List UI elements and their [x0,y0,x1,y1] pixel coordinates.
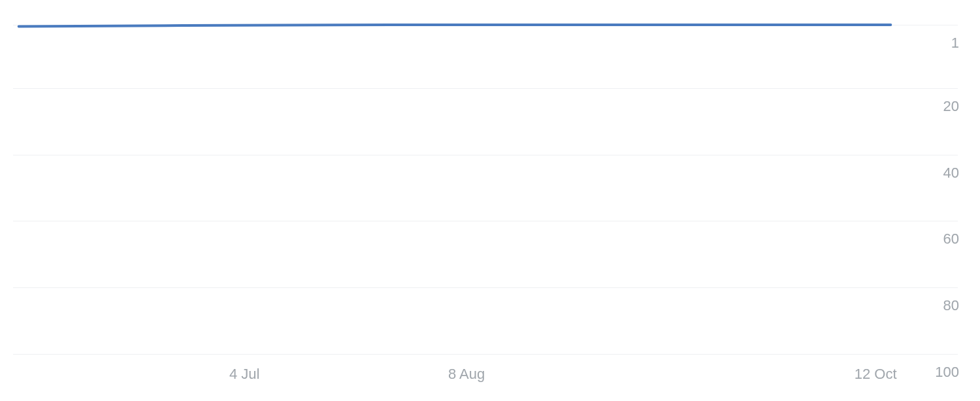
y-tick-label: 20 [943,98,959,115]
chart-svg [13,0,958,401]
y-tick-label: 100 [935,364,959,381]
rank-line-chart: 1204060801004 Jul8 Aug12 Oct [0,0,980,401]
series-line-rank [19,25,891,27]
y-tick-label: 40 [943,165,959,182]
y-tick-label: 1 [951,35,959,52]
y-tick-label: 80 [943,297,959,314]
x-tick-label: 8 Aug [448,366,485,383]
x-tick-label: 4 Jul [229,366,259,383]
y-tick-label: 60 [943,231,959,248]
x-tick-label: 12 Oct [855,366,897,383]
